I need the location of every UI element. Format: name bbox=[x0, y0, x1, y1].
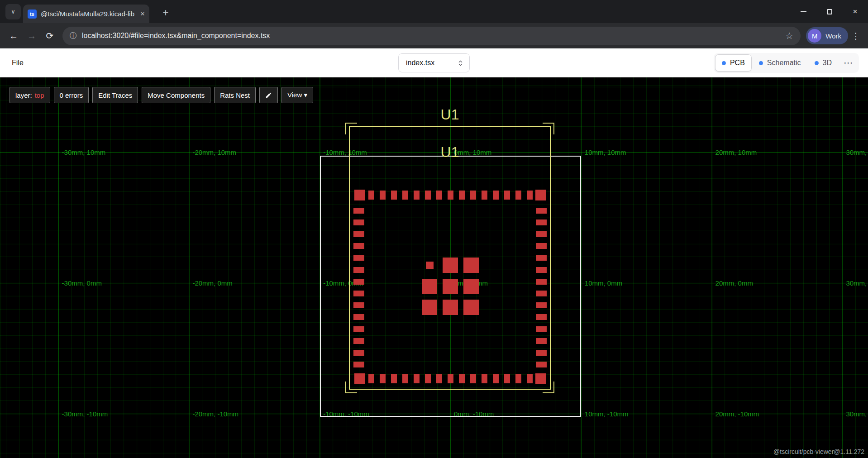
smd-pad-bottom-row[interactable] bbox=[493, 374, 499, 383]
smd-pad-bottom-row[interactable] bbox=[527, 374, 533, 383]
file-selector[interactable]: index.tsx bbox=[398, 53, 470, 72]
smd-pad-left-col[interactable] bbox=[353, 255, 364, 261]
smd-pad-right-col[interactable] bbox=[536, 267, 547, 273]
thermal-pad[interactable] bbox=[443, 279, 458, 294]
smd-pad-top-row[interactable] bbox=[354, 190, 365, 200]
smd-pad-bottom-row[interactable] bbox=[436, 374, 442, 383]
smd-pad-bottom-row[interactable] bbox=[515, 374, 521, 383]
thermal-pad[interactable] bbox=[443, 300, 458, 315]
smd-pad-right-col[interactable] bbox=[536, 314, 547, 320]
smd-pad-left-col[interactable] bbox=[353, 231, 364, 237]
smd-pad-left-col[interactable] bbox=[353, 314, 364, 320]
pcb-canvas[interactable]: layer: top 0 errors Edit Traces Move Com… bbox=[0, 77, 868, 458]
layer-button[interactable]: layer: top bbox=[10, 87, 50, 103]
smd-pad-left-col[interactable] bbox=[353, 350, 364, 356]
smd-pad-left-col[interactable] bbox=[353, 326, 364, 332]
smd-pad-left-col[interactable] bbox=[353, 302, 364, 308]
browser-tab[interactable]: ts @tsci/MustafaMulla29.kicad-lib × bbox=[23, 5, 149, 23]
header-more-button[interactable]: ⋯ bbox=[839, 57, 858, 68]
smd-pad-bottom-row[interactable] bbox=[470, 374, 476, 383]
smd-pad-bottom-row[interactable] bbox=[459, 374, 465, 383]
smd-pad-top-row[interactable] bbox=[436, 191, 442, 200]
smd-pad-top-row[interactable] bbox=[391, 191, 397, 200]
smd-pad-bottom-row[interactable] bbox=[482, 374, 487, 383]
smd-pad-top-row[interactable] bbox=[504, 191, 510, 200]
smd-pad-right-col[interactable] bbox=[536, 326, 547, 332]
minimize-button[interactable] bbox=[791, 0, 816, 23]
profile-button[interactable]: M Work bbox=[806, 27, 848, 44]
address-bar[interactable]: ⓘ localhost:3020/#file=index.tsx&main_co… bbox=[62, 27, 801, 45]
smd-pad-right-col[interactable] bbox=[536, 255, 547, 261]
smd-pad-top-row[interactable] bbox=[459, 191, 465, 200]
view-tab-3d[interactable]: 3D bbox=[808, 55, 838, 71]
smd-pad-right-col[interactable] bbox=[536, 208, 547, 214]
tab-close-icon[interactable]: × bbox=[140, 10, 145, 18]
smd-pad-left-col[interactable] bbox=[353, 243, 364, 249]
smd-pad-left-col[interactable] bbox=[353, 362, 364, 367]
smd-pad-bottom-row[interactable] bbox=[354, 373, 365, 384]
view-tab-pcb[interactable]: PCB bbox=[715, 54, 752, 72]
smd-pad-right-col[interactable] bbox=[536, 291, 547, 296]
smd-pad-top-row[interactable] bbox=[368, 191, 374, 200]
smd-pad-top-row[interactable] bbox=[425, 191, 431, 200]
smd-pad-left-col[interactable] bbox=[353, 279, 364, 285]
smd-pad-right-col[interactable] bbox=[536, 243, 547, 249]
maximize-button[interactable] bbox=[816, 0, 842, 23]
thermal-pad[interactable] bbox=[422, 279, 437, 294]
smd-pad-bottom-row[interactable] bbox=[504, 374, 510, 383]
thermal-pad-pin1[interactable] bbox=[426, 262, 434, 269]
smd-pad-right-col[interactable] bbox=[536, 338, 547, 344]
smd-pad-top-row[interactable] bbox=[493, 191, 499, 200]
thermal-pad[interactable] bbox=[443, 258, 458, 273]
smd-pad-top-row[interactable] bbox=[527, 191, 533, 200]
smd-pad-left-col[interactable] bbox=[353, 208, 364, 214]
view-tab-schematic[interactable]: Schematic bbox=[753, 55, 807, 71]
smd-pad-bottom-row[interactable] bbox=[448, 374, 453, 383]
smd-pad-left-col[interactable] bbox=[353, 291, 364, 296]
move-components-button[interactable]: Move Components bbox=[142, 87, 210, 103]
thermal-pad[interactable] bbox=[463, 300, 479, 315]
smd-pad-right-col[interactable] bbox=[536, 302, 547, 308]
file-menu[interactable]: File bbox=[12, 59, 24, 67]
thermal-pad[interactable] bbox=[463, 279, 479, 294]
smd-pad-top-row[interactable] bbox=[515, 191, 521, 200]
smd-pad-bottom-row[interactable] bbox=[425, 374, 431, 383]
smd-pad-top-row[interactable] bbox=[448, 191, 453, 200]
thermal-pad[interactable] bbox=[422, 300, 437, 315]
smd-pad-bottom-row[interactable] bbox=[391, 374, 397, 383]
smd-pad-left-col[interactable] bbox=[353, 338, 364, 344]
view-dropdown-button[interactable]: View ▾ bbox=[281, 87, 313, 103]
smd-pad-bottom-row[interactable] bbox=[380, 374, 386, 383]
browser-menu-icon[interactable]: ⋮ bbox=[848, 31, 863, 41]
smd-pad-left-col[interactable] bbox=[353, 267, 364, 273]
smd-pad-top-row[interactable] bbox=[380, 191, 386, 200]
new-tab-button[interactable]: + bbox=[158, 5, 173, 20]
smd-pad-top-row[interactable] bbox=[535, 190, 546, 200]
smd-pad-bottom-row[interactable] bbox=[402, 374, 408, 383]
close-button[interactable]: × bbox=[842, 0, 868, 23]
reload-button[interactable]: ⟳ bbox=[41, 27, 59, 45]
smd-pad-right-col[interactable] bbox=[536, 279, 547, 285]
smd-pad-right-col[interactable] bbox=[536, 362, 547, 367]
smd-pad-bottom-row[interactable] bbox=[414, 374, 420, 383]
smd-pad-left-col[interactable] bbox=[353, 219, 364, 225]
smd-pad-right-col[interactable] bbox=[536, 219, 547, 225]
rats-nest-button[interactable]: Rats Nest bbox=[214, 87, 256, 103]
thermal-pad[interactable] bbox=[463, 258, 479, 273]
smd-pad-bottom-row[interactable] bbox=[535, 373, 546, 384]
forward-button[interactable]: → bbox=[23, 27, 41, 45]
smd-pad-top-row[interactable] bbox=[470, 191, 476, 200]
back-button[interactable]: ← bbox=[5, 27, 23, 45]
tab-search-button[interactable]: ∨ bbox=[5, 4, 21, 19]
smd-pad-right-col[interactable] bbox=[536, 350, 547, 356]
smd-pad-right-col[interactable] bbox=[536, 231, 547, 237]
site-info-icon[interactable]: ⓘ bbox=[70, 31, 77, 41]
edit-button[interactable] bbox=[259, 87, 278, 103]
smd-pad-top-row[interactable] bbox=[414, 191, 420, 200]
smd-pad-top-row[interactable] bbox=[402, 191, 408, 200]
smd-pad-bottom-row[interactable] bbox=[368, 374, 374, 383]
smd-pad-top-row[interactable] bbox=[482, 191, 487, 200]
bookmark-star-icon[interactable]: ☆ bbox=[785, 30, 793, 41]
edit-traces-button[interactable]: Edit Traces bbox=[92, 87, 138, 103]
errors-button[interactable]: 0 errors bbox=[54, 87, 89, 103]
